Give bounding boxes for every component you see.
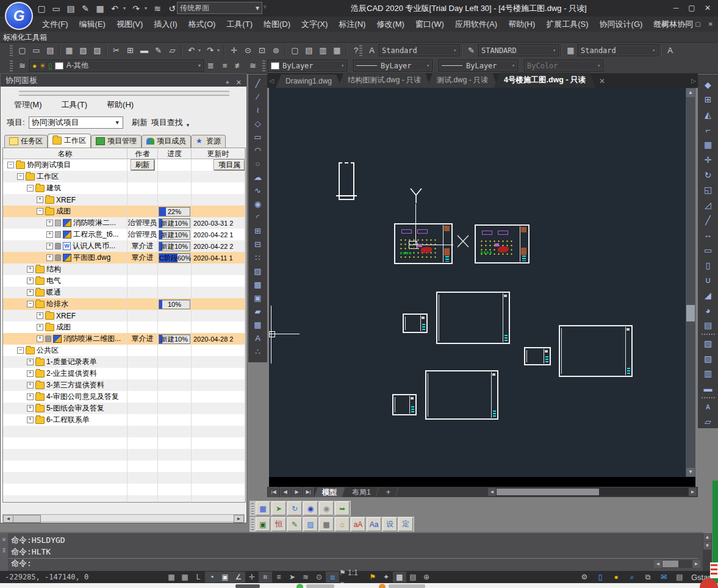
scroll-thumb[interactable] xyxy=(13,515,41,523)
ht-image-icon[interactable]: ▨ xyxy=(303,517,318,531)
cut-icon[interactable]: ✂ xyxy=(109,44,123,57)
status-otrack-toggle[interactable]: ✛ xyxy=(245,572,259,583)
tree-row[interactable]: +5-图纸会审及答复 xyxy=(3,403,245,414)
menu-视图V[interactable]: 视图(V) xyxy=(111,16,148,32)
expander-icon[interactable]: + xyxy=(37,335,43,342)
redo-icon[interactable]: ↷ xyxy=(203,44,217,57)
dim-style-icon[interactable]: ✎ xyxy=(464,44,478,57)
drawing-frame[interactable] xyxy=(559,325,633,377)
tab-工作区[interactable]: 工作区 xyxy=(48,134,91,148)
gradient-icon[interactable]: ▩ xyxy=(251,278,265,291)
first-tab-button[interactable]: |◀ xyxy=(268,487,279,497)
tree-row[interactable]: −协同测试项目刷新项目属 xyxy=(3,159,245,171)
ht-a-to-A-icon[interactable]: aA xyxy=(351,517,365,531)
menu-文字X[interactable]: 文字(X) xyxy=(296,16,333,32)
tree-row[interactable]: +工程示意_t6...治管理员新建10%2020-04-22 1 xyxy=(3,229,245,240)
text-style-combo[interactable]: Standard▾ xyxy=(379,45,459,56)
status-ortho-toggle[interactable]: L xyxy=(192,572,205,583)
send-under-icon[interactable]: ▬ xyxy=(700,382,716,395)
command-prompt[interactable]: 命令: xyxy=(11,558,65,569)
lineweight-combo[interactable]: ByLayer▾ xyxy=(439,60,518,71)
status-selection-cycling-toggle[interactable]: ➤ xyxy=(285,572,299,583)
toolbar-grip[interactable] xyxy=(262,60,265,71)
menu-应用软件A[interactable]: 应用软件(A) xyxy=(450,16,503,32)
expander-icon[interactable]: − xyxy=(27,301,34,307)
ht-print3d-icon[interactable]: ▦ xyxy=(319,517,334,531)
drawing-frame[interactable] xyxy=(392,394,417,415)
status-layer-preview-toggle[interactable]: ≋ xyxy=(299,572,312,583)
layout-tab-+[interactable]: + xyxy=(378,487,398,497)
layer-states-icon[interactable]: ≋ xyxy=(151,4,163,13)
tree-row[interactable]: +W认识人民币...覃介进新建10%2020-04-22 2 xyxy=(3,240,245,252)
divide-icon[interactable]: ∴ xyxy=(251,345,265,358)
region-icon[interactable]: ▣ xyxy=(251,292,265,304)
ht-edit-icon[interactable]: ✎ xyxy=(287,517,302,531)
tree-row[interactable]: −公共区 xyxy=(3,345,245,356)
next-tab-button[interactable]: ▶ xyxy=(292,487,302,497)
status-table-toggle[interactable]: ▤ xyxy=(406,572,420,583)
document-tab[interactable]: 测试.dwg - 只读 xyxy=(427,73,498,88)
mirror-icon[interactable]: ◭ xyxy=(700,108,716,121)
panel-title-bar[interactable]: 协同面板 ⌖ ✕ xyxy=(1,74,246,87)
expander-icon[interactable]: + xyxy=(27,266,34,273)
tree-row[interactable]: +成图 xyxy=(3,321,245,333)
print-icon[interactable]: ▦ xyxy=(94,4,106,13)
save-icon[interactable]: ▤ xyxy=(65,4,77,13)
status-dynamic-input-toggle[interactable]: ⌗ xyxy=(259,572,272,583)
zoom-realtime-icon[interactable]: ⊙ xyxy=(241,44,255,57)
paste-icon[interactable]: ▬ xyxy=(137,44,151,57)
layer-walk-icon[interactable]: ≋ xyxy=(246,59,260,72)
close-tab-icon[interactable]: ✕ xyxy=(595,74,609,88)
scroll-right-arrow[interactable]: ► xyxy=(234,515,244,523)
status-mail[interactable]: ✉ xyxy=(657,572,670,583)
menu-工具T[interactable]: 工具(T) xyxy=(221,16,258,32)
drawing-frame[interactable] xyxy=(436,292,510,344)
break-at-point-icon[interactable]: ▭ xyxy=(700,243,716,257)
scroll-thumb[interactable] xyxy=(686,305,695,321)
recover-icon[interactable]: ↺ xyxy=(166,4,178,13)
ht-quick-run-icon[interactable]: ➤ xyxy=(271,501,286,515)
menu-插入I[interactable]: 插入(I) xyxy=(148,16,182,32)
document-tab[interactable]: 结构图测试.dwg - 只读 xyxy=(338,73,431,88)
ht-heng-icon[interactable]: 恒 xyxy=(271,517,286,531)
toolbar-grip[interactable] xyxy=(251,519,254,530)
stretch-icon[interactable]: ◿ xyxy=(700,198,716,212)
print-icon[interactable]: ▦ xyxy=(62,44,76,57)
tree-row[interactable]: +消防喷淋二...治管理员新建10%2020-03-31 2 xyxy=(3,217,245,229)
chevron-down-icon[interactable]: ▾ xyxy=(198,48,203,53)
offset-icon[interactable]: ⌐ xyxy=(700,123,716,137)
maximize-button[interactable]: ▢ xyxy=(684,0,700,16)
menu-窗口W[interactable]: 窗口(W) xyxy=(410,16,450,32)
scroll-down-arrow[interactable]: ▼ xyxy=(686,468,695,476)
circle-icon[interactable]: ○ xyxy=(251,157,265,170)
osnap-settings-icon[interactable]: ▱ xyxy=(165,44,179,57)
status-annotation-auto[interactable]: ⚑ xyxy=(366,572,379,583)
toolbar-grip[interactable] xyxy=(251,503,254,514)
command-window[interactable]: ✕ ⊼ 命令:HSLDYGD命令:HLTK命令: ◄ ► xyxy=(0,532,703,571)
tree-row[interactable]: +6-工程联系单 xyxy=(3,414,245,426)
tree-row[interactable]: −成图22% xyxy=(3,206,245,217)
quick-calc-icon[interactable]: ▦ xyxy=(330,44,344,57)
tree-row[interactable]: +1-质量记录表单 xyxy=(3,356,245,368)
menu-文件F[interactable]: 文件(F) xyxy=(37,16,74,32)
status-hardware-search[interactable]: ⌕ xyxy=(625,572,639,583)
status-pattern-toggle[interactable]: ▩ xyxy=(393,572,406,583)
menu-扩展工具S[interactable]: 扩展工具(S) xyxy=(540,16,594,32)
layout-horizontal-scrollbar[interactable]: ◄► xyxy=(488,488,697,496)
layer-off-icon[interactable]: ≢ xyxy=(232,59,246,72)
rotate-icon[interactable]: ↻ xyxy=(700,168,716,182)
status-bulb[interactable]: ● xyxy=(609,572,623,583)
panel-menu-帮助H[interactable]: 帮助(H) xyxy=(107,99,134,110)
copy-clip-icon[interactable]: ⊞ xyxy=(123,44,137,57)
mtext-icon[interactable]: A xyxy=(251,332,265,345)
scroll-up-arrow[interactable]: ▲ xyxy=(703,533,711,541)
arc-icon[interactable]: ◠ xyxy=(251,144,265,157)
explode-icon[interactable]: ▤ xyxy=(700,319,716,332)
menu-格式O[interactable]: 格式(O) xyxy=(183,16,221,32)
tab-任务区[interactable]: 任务区 xyxy=(4,135,48,148)
status-fullscreen[interactable]: ⧉ xyxy=(641,572,655,583)
expander-icon[interactable]: + xyxy=(27,370,34,377)
status-workspace-toggle[interactable]: ⧈ xyxy=(326,572,339,583)
expander-icon[interactable]: + xyxy=(46,231,53,238)
open-file-icon[interactable]: ▭ xyxy=(29,44,43,57)
